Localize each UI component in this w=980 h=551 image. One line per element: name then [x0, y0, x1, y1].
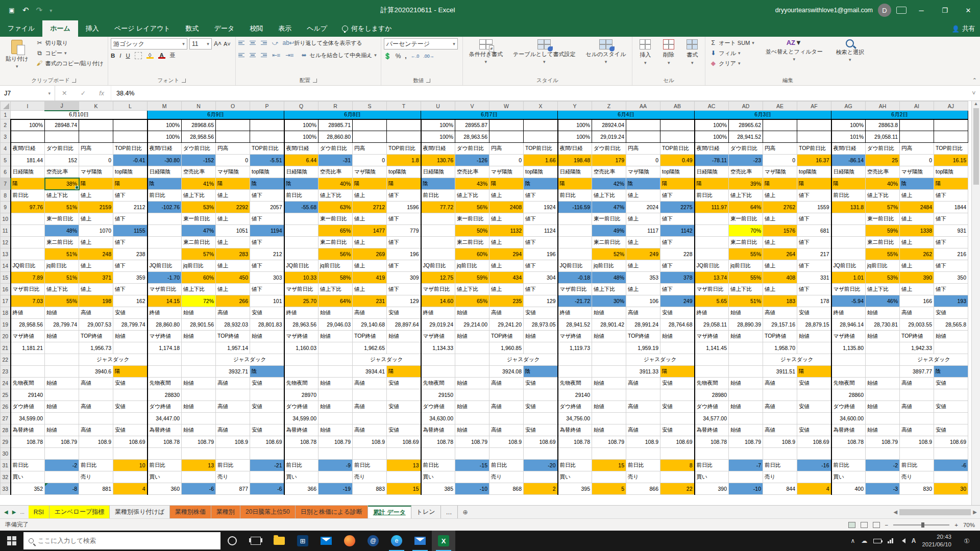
cell[interactable]: 値下: [113, 260, 148, 272]
cell[interactable]: 1924: [524, 202, 558, 213]
cell[interactable]: 値下: [797, 260, 831, 272]
col-header-U[interactable]: U: [421, 102, 455, 111]
cell[interactable]: -21.72: [558, 295, 592, 307]
cell[interactable]: 安値: [387, 307, 421, 319]
cell[interactable]: マザ終値: [695, 331, 729, 342]
cell[interactable]: 値上下比: [318, 284, 353, 295]
cell[interactable]: 高値: [79, 378, 113, 389]
align-center-icon[interactable]: [250, 53, 256, 58]
row-header-1[interactable]: 1: [1, 111, 11, 119]
cell[interactable]: 値上下比: [592, 190, 626, 202]
cell[interactable]: 28,901.42: [592, 319, 626, 331]
tray-expand-icon[interactable]: ∧: [850, 537, 855, 544]
vertical-scrollbar[interactable]: ▲: [971, 101, 980, 505]
new-sheet-button[interactable]: ⊕: [458, 506, 473, 518]
comma-style-icon[interactable]: ,: [405, 53, 406, 60]
cell[interactable]: 28,958.56: [182, 131, 216, 143]
cell[interactable]: 34,577.00: [695, 413, 729, 424]
phonetic-guide-icon[interactable]: 亜: [170, 52, 176, 59]
decrease-decimal-icon[interactable]: .00→: [423, 54, 434, 59]
cell[interactable]: 14.15: [148, 295, 182, 307]
cell[interactable]: TOP前日比: [934, 143, 968, 155]
col-header-M[interactable]: M: [148, 102, 182, 111]
cell[interactable]: マザ終値: [11, 331, 45, 342]
cell[interactable]: 終値: [421, 307, 455, 319]
cell[interactable]: 夜間/日経: [558, 143, 592, 155]
cell[interactable]: [182, 413, 216, 424]
cell[interactable]: [182, 342, 216, 354]
cell[interactable]: [763, 413, 797, 424]
cell[interactable]: [797, 119, 831, 131]
cell[interactable]: -5.51: [250, 155, 284, 166]
cell[interactable]: 始値: [866, 378, 900, 389]
cell[interactable]: [660, 448, 695, 460]
cell[interactable]: ジャスダック: [353, 354, 421, 366]
cell[interactable]: 先物夜間: [11, 378, 45, 389]
cell[interactable]: 16.37: [797, 155, 831, 166]
cell[interactable]: [113, 389, 148, 401]
cell[interactable]: [318, 354, 353, 366]
cell[interactable]: 始値: [387, 331, 421, 342]
cell[interactable]: 安値: [113, 378, 148, 389]
cell[interactable]: 陽: [934, 178, 968, 190]
cell[interactable]: [387, 119, 421, 131]
sheet-nav-left-icon[interactable]: ◀: [4, 509, 8, 515]
row-header-29[interactable]: 29: [1, 436, 11, 448]
cell[interactable]: -0.18: [558, 272, 592, 284]
cell[interactable]: 円高: [216, 143, 250, 155]
cell[interactable]: 高値: [900, 401, 934, 413]
cell[interactable]: 2484: [900, 202, 934, 213]
cell[interactable]: 値下: [934, 284, 968, 295]
cell[interactable]: 2112: [113, 202, 148, 213]
cell[interactable]: 108.79: [729, 436, 763, 448]
sheet-tab-6[interactable]: 20日騰落上位50: [240, 506, 296, 518]
col-header-AI[interactable]: AI: [900, 102, 934, 111]
cell[interactable]: [421, 354, 455, 366]
cell[interactable]: 49%: [592, 225, 626, 237]
align-middle-icon[interactable]: [250, 41, 256, 45]
hscroll-left-icon[interactable]: ◀: [894, 509, 898, 515]
cell[interactable]: 始値: [318, 424, 353, 436]
cell[interactable]: マザ前日比: [148, 284, 182, 295]
cell[interactable]: JQ前日比: [11, 260, 45, 272]
cell[interactable]: [318, 366, 353, 378]
date-header-cell[interactable]: 6月10日: [11, 111, 148, 119]
cell[interactable]: [318, 413, 353, 424]
cell[interactable]: [900, 119, 934, 131]
cell[interactable]: 高値: [763, 307, 797, 319]
edge-button[interactable]: e: [385, 531, 408, 551]
cell[interactable]: 0: [763, 155, 797, 166]
sheet-nav-more-icon[interactable]: ...: [20, 509, 24, 515]
cell[interactable]: 始値: [250, 331, 284, 342]
cell[interactable]: マザ終値: [148, 331, 182, 342]
sheet-tab-8[interactable]: 累計 データ: [368, 506, 411, 518]
cell[interactable]: 43%: [455, 178, 489, 190]
cell[interactable]: 日経陽陰: [695, 166, 729, 178]
cell[interactable]: 陽: [831, 178, 866, 190]
cell[interactable]: 値上: [489, 260, 524, 272]
cell[interactable]: 28,946.14: [831, 319, 866, 331]
col-header-T[interactable]: T: [387, 102, 421, 111]
cell[interactable]: [558, 248, 592, 260]
page-break-view-icon[interactable]: [873, 522, 880, 528]
row-header-8[interactable]: 8: [1, 190, 11, 202]
cell[interactable]: 39%: [729, 178, 763, 190]
tab-formulas[interactable]: 数式: [178, 20, 207, 37]
hscroll-right-icon[interactable]: ▶: [973, 509, 977, 515]
cell[interactable]: [831, 366, 866, 378]
cell[interactable]: 東一前日比: [318, 213, 353, 225]
cell[interactable]: 77.72: [421, 202, 455, 213]
cell[interactable]: 1,942.33: [900, 342, 934, 354]
cell[interactable]: [489, 131, 524, 143]
cell[interactable]: ジャスダック: [900, 354, 968, 366]
cell[interactable]: 47%: [182, 225, 216, 237]
cell[interactable]: 値下: [660, 237, 695, 248]
cell[interactable]: 高値: [79, 307, 113, 319]
cell[interactable]: 52%: [592, 248, 626, 260]
redo-icon[interactable]: ↷: [36, 6, 43, 15]
cell[interactable]: 終値: [11, 307, 45, 319]
cell[interactable]: 前日比: [421, 190, 455, 202]
font-dialog-launcher[interactable]: [182, 79, 186, 83]
cell[interactable]: 2: [524, 483, 558, 495]
col-header-I[interactable]: I: [11, 102, 45, 111]
